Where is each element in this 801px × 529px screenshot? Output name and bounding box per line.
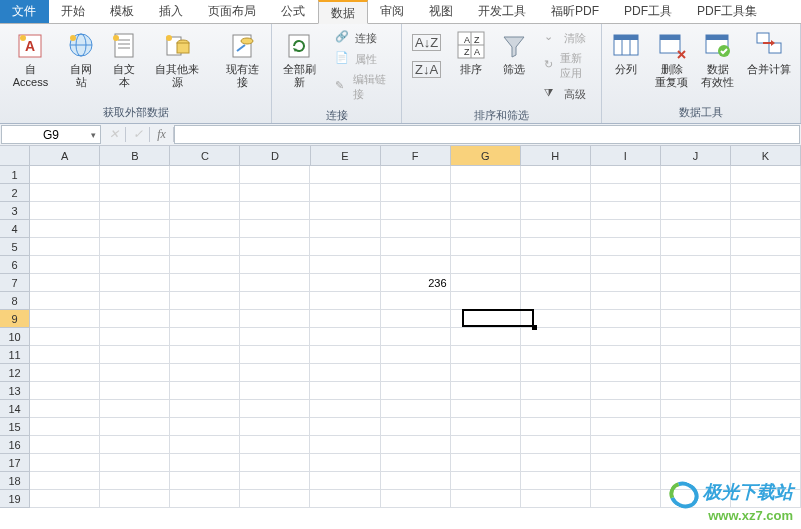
cell[interactable] [451, 202, 521, 220]
cell[interactable] [731, 202, 801, 220]
column-header[interactable]: K [731, 146, 801, 166]
cell[interactable] [521, 400, 591, 418]
column-header[interactable]: F [381, 146, 451, 166]
cell[interactable] [100, 472, 170, 490]
cell[interactable] [100, 184, 170, 202]
column-header[interactable]: J [661, 146, 731, 166]
cancel-formula-button[interactable]: ✕ [102, 127, 126, 142]
cell[interactable] [731, 220, 801, 238]
cell[interactable] [100, 328, 170, 346]
edit-links-button[interactable]: ✎编辑链接 [330, 70, 396, 104]
cell[interactable] [381, 364, 451, 382]
name-box[interactable]: G9 [1, 125, 101, 144]
cell[interactable] [521, 184, 591, 202]
cell[interactable] [30, 364, 100, 382]
cell[interactable] [381, 292, 451, 310]
cell[interactable] [170, 256, 240, 274]
cell[interactable] [240, 202, 310, 220]
cell[interactable] [731, 346, 801, 364]
row-header[interactable]: 12 [0, 364, 30, 382]
cell[interactable] [661, 472, 731, 490]
tab-insert[interactable]: 插入 [147, 0, 196, 23]
filter-button[interactable]: 筛选 [494, 26, 534, 79]
cell[interactable] [240, 238, 310, 256]
row-header[interactable]: 9 [0, 310, 30, 328]
cell[interactable] [170, 274, 240, 292]
cell[interactable] [381, 328, 451, 346]
cell[interactable] [310, 472, 380, 490]
cell[interactable] [661, 436, 731, 454]
cell[interactable] [170, 400, 240, 418]
cell[interactable] [170, 472, 240, 490]
connections-button[interactable]: 🔗连接 [330, 28, 396, 48]
cell[interactable] [591, 382, 661, 400]
cell[interactable] [170, 166, 240, 184]
cell[interactable] [591, 418, 661, 436]
cell[interactable] [661, 256, 731, 274]
cell[interactable] [170, 220, 240, 238]
cell[interactable] [170, 436, 240, 454]
cell[interactable] [381, 184, 451, 202]
cell[interactable] [521, 418, 591, 436]
tab-pdf-tools[interactable]: PDF工具 [612, 0, 685, 23]
cell[interactable] [170, 184, 240, 202]
cell[interactable] [30, 310, 100, 328]
fill-handle[interactable] [532, 325, 537, 330]
sort-asc-button[interactable]: A↓Z [407, 32, 446, 53]
cell[interactable] [170, 238, 240, 256]
cell[interactable] [30, 220, 100, 238]
cell[interactable] [30, 238, 100, 256]
cell[interactable] [310, 490, 380, 508]
cell[interactable] [731, 274, 801, 292]
cell[interactable] [310, 400, 380, 418]
cell[interactable] [30, 472, 100, 490]
cell[interactable] [521, 292, 591, 310]
cell[interactable] [591, 346, 661, 364]
cell[interactable] [731, 256, 801, 274]
cell[interactable] [310, 256, 380, 274]
cell[interactable] [451, 238, 521, 256]
cell[interactable] [240, 256, 310, 274]
row-header[interactable]: 16 [0, 436, 30, 454]
cell[interactable] [451, 292, 521, 310]
from-text-button[interactable]: 自文本 [104, 26, 144, 92]
column-header[interactable]: H [521, 146, 591, 166]
cell[interactable] [451, 490, 521, 508]
cell[interactable] [30, 184, 100, 202]
cell[interactable] [381, 490, 451, 508]
row-header[interactable]: 4 [0, 220, 30, 238]
cell[interactable] [591, 220, 661, 238]
row-header[interactable]: 10 [0, 328, 30, 346]
consolidate-button[interactable]: 合并计算 [742, 26, 796, 79]
cell[interactable] [310, 274, 380, 292]
cell[interactable] [310, 346, 380, 364]
cell[interactable] [521, 346, 591, 364]
cell[interactable] [661, 238, 731, 256]
tab-file[interactable]: 文件 [0, 0, 49, 23]
cell[interactable] [591, 202, 661, 220]
cell[interactable] [381, 436, 451, 454]
cell[interactable] [381, 166, 451, 184]
cell[interactable] [591, 328, 661, 346]
cell[interactable] [381, 382, 451, 400]
cell[interactable] [170, 490, 240, 508]
cell[interactable] [451, 364, 521, 382]
column-header[interactable]: A [30, 146, 100, 166]
cell[interactable] [240, 436, 310, 454]
from-web-button[interactable]: 自网站 [61, 26, 101, 92]
cell[interactable] [100, 418, 170, 436]
row-header[interactable]: 19 [0, 490, 30, 508]
cell[interactable] [381, 472, 451, 490]
cell[interactable] [240, 184, 310, 202]
cell[interactable] [451, 472, 521, 490]
row-header[interactable]: 18 [0, 472, 30, 490]
cell[interactable] [100, 364, 170, 382]
data-validation-button[interactable]: 数据 有效性 [696, 26, 739, 92]
cell[interactable] [30, 274, 100, 292]
cell[interactable] [30, 256, 100, 274]
row-header[interactable]: 15 [0, 418, 30, 436]
cell[interactable] [661, 220, 731, 238]
row-header[interactable]: 14 [0, 400, 30, 418]
text-to-columns-button[interactable]: 分列 [605, 26, 647, 79]
cell[interactable] [310, 328, 380, 346]
